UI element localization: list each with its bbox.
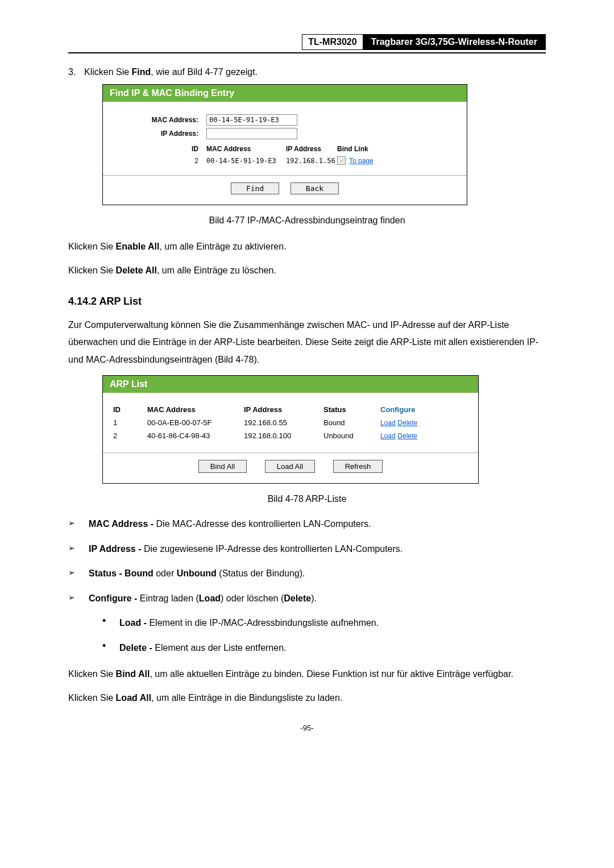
arrow-icon: ➢ bbox=[68, 591, 89, 606]
delete-link[interactable]: Delete bbox=[397, 432, 417, 440]
panel-title: Find IP & MAC Binding Entry bbox=[103, 85, 467, 102]
load-all-button[interactable]: Load All bbox=[265, 460, 315, 473]
arrow-icon: ➢ bbox=[68, 566, 89, 581]
panel-separator bbox=[103, 452, 478, 453]
load-link[interactable]: Load bbox=[380, 419, 396, 427]
header-model: TL-MR3020 bbox=[302, 34, 362, 50]
bind-all-button[interactable]: Bind All bbox=[198, 460, 247, 473]
bullet-icon: • bbox=[102, 641, 119, 655]
bind-all-text: Klicken Sie Bind All, um alle aktuellen … bbox=[68, 666, 546, 683]
step-3: 3. Klicken Sie Find, wie auf Bild 4-77 g… bbox=[68, 67, 546, 77]
list-item: ➢ Configure - Eintrag laden (Load) oder … bbox=[68, 591, 546, 606]
bind-checkbox[interactable]: ✓ bbox=[337, 156, 346, 165]
mac-address-label: MAC Address: bbox=[113, 116, 206, 124]
delete-link[interactable]: Delete bbox=[397, 419, 417, 427]
arrow-icon: ➢ bbox=[68, 517, 89, 531]
enable-all-text: Klicken Sie Enable All, um alle Einträge… bbox=[68, 238, 546, 255]
refresh-button[interactable]: Refresh bbox=[333, 460, 383, 473]
page-number: -95- bbox=[68, 724, 546, 732]
arp-list-panel: ARP List ID MAC Address IP Address Statu… bbox=[102, 375, 479, 484]
ip-address-label: IP Address: bbox=[113, 130, 206, 138]
step-number: 3. bbox=[68, 67, 84, 77]
list-item: • Delete - Element aus der Liste entfern… bbox=[102, 641, 546, 655]
list-item: • Load - Element in die IP-/MAC-Adressbi… bbox=[102, 616, 546, 630]
result-row: 2 00-14-5E-91-19-E3 192.168.1.56 ✓ To pa… bbox=[113, 156, 457, 165]
table-row: 2 40-61-86-C4-98-43 192.168.0.100 Unboun… bbox=[113, 429, 468, 442]
arp-intro: Zur Computerverwaltung können Sie die Zu… bbox=[68, 317, 546, 368]
header-rule bbox=[68, 52, 546, 53]
bullet-icon: • bbox=[102, 616, 119, 630]
panel-title: ARP List bbox=[103, 376, 478, 393]
section-heading: 4.14.2 ARP List bbox=[68, 296, 546, 308]
load-link[interactable]: Load bbox=[380, 432, 396, 440]
caption-4-78: Bild 4-78 ARP-Liste bbox=[68, 494, 546, 504]
find-binding-panel: Find IP & MAC Binding Entry MAC Address:… bbox=[102, 84, 467, 205]
arp-header: ID MAC Address IP Address Status Configu… bbox=[113, 403, 468, 416]
page-header: TL-MR3020 Tragbarer 3G/3,75G-Wireless-N-… bbox=[68, 34, 546, 50]
step-text: Klicken Sie Find, wie auf Bild 4-77 geze… bbox=[84, 67, 258, 77]
load-all-text: Klicken Sie Load All, um alle Einträge i… bbox=[68, 690, 546, 707]
definition-list: ➢ MAC Address - Die MAC-Adresse des kont… bbox=[68, 517, 546, 655]
header-desc: Tragbarer 3G/3,75G-Wireless-N-Router bbox=[363, 34, 546, 50]
caption-4-77: Bild 4-77 IP-/MAC-Adressbindungseintrag … bbox=[68, 215, 546, 226]
mac-address-input[interactable] bbox=[206, 114, 297, 126]
arrow-icon: ➢ bbox=[68, 542, 89, 556]
result-header: ID MAC Address IP Address Bind Link bbox=[113, 145, 457, 153]
list-item: ➢ Status - Bound oder Unbound (Status de… bbox=[68, 566, 546, 581]
to-page-link[interactable]: To page bbox=[349, 157, 374, 165]
panel-separator bbox=[103, 175, 467, 176]
table-row: 1 00-0A-EB-00-07-5F 192.168.0.55 Bound L… bbox=[113, 416, 468, 429]
delete-all-text: Klicken Sie Delete All, um alle Einträge… bbox=[68, 262, 546, 279]
back-button[interactable]: Back bbox=[291, 182, 339, 194]
ip-address-input[interactable] bbox=[206, 128, 297, 139]
list-item: ➢ IP Address - Die zugewiesene IP-Adress… bbox=[68, 542, 546, 556]
find-button[interactable]: Find bbox=[231, 182, 279, 194]
list-item: ➢ MAC Address - Die MAC-Adresse des kont… bbox=[68, 517, 546, 531]
